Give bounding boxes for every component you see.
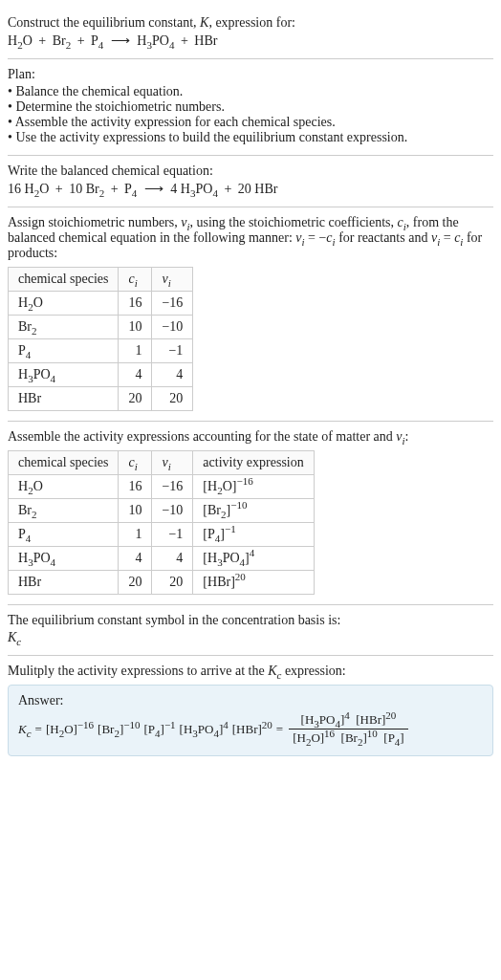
reactant-br2: Br2 <box>53 33 72 48</box>
activity-expr: [H3PO4]4 <box>193 547 314 571</box>
kc-note-text: The equilibrium constant symbol in the c… <box>8 613 493 628</box>
fraction-bar <box>289 729 408 730</box>
nui-value: −10 <box>152 316 193 339</box>
coef: 20 <box>238 182 251 196</box>
reactant-br2: Br2 <box>86 182 105 196</box>
nui-value: −1 <box>152 523 193 547</box>
ci-value: 10 <box>119 316 152 339</box>
plan-item: Balance the chemical equation. <box>8 84 493 99</box>
nui-value: −16 <box>152 475 193 499</box>
kc-fraction: [H3PO4]4 [HBr]20 [H2O]16 [Br2]10 [P4] <box>289 712 408 746</box>
species: P4 <box>9 523 119 547</box>
ci-value: 4 <box>119 363 152 387</box>
species: H3PO4 <box>9 363 119 387</box>
term: [P4] <box>383 730 403 745</box>
prompt-section: Construct the equilibrium constant, K, e… <box>8 8 493 59</box>
stoich-section: Assign stoichiometric numbers, νi, using… <box>8 207 493 422</box>
balanced-intro: Write the balanced chemical equation: <box>8 163 493 179</box>
plus-icon: + <box>178 33 191 49</box>
table-row: H3PO4 4 4 <box>9 363 193 387</box>
species: H2O <box>9 292 119 316</box>
activity-expr: [HBr]20 <box>193 571 314 595</box>
ci-value: 16 <box>119 292 152 316</box>
answer-section: Mulitply the activity expressions to arr… <box>8 656 493 766</box>
prompt-K: K <box>200 15 208 30</box>
col-species: chemical species <box>9 451 119 475</box>
col-nui: νi <box>152 268 193 292</box>
term: [H3PO4]4 <box>301 712 350 727</box>
activity-expr: [H2O]−16 <box>193 475 314 499</box>
prompt-tail: , expression for: <box>208 15 295 30</box>
activity-expr: [Br2]−10 <box>193 499 314 523</box>
ci-value: 10 <box>119 499 152 523</box>
table-row: H2O 16 −16 <box>9 292 193 316</box>
table-row: P4 1 −1 <box>9 339 193 363</box>
ci-value: 1 <box>119 339 152 363</box>
equals-sign: = <box>35 722 42 737</box>
term: [H2O]−16 <box>46 722 94 737</box>
term: [P4]−1 <box>143 722 175 737</box>
plan-list: Balance the chemical equation. Determine… <box>8 84 493 145</box>
nui-value: −16 <box>152 292 193 316</box>
arrow-icon: ⟶ <box>107 33 134 49</box>
prompt-lead: Construct the equilibrium constant, <box>8 15 200 30</box>
species: HBr <box>9 571 119 595</box>
unbalanced-equation: H2O + Br2 + P4 ⟶ H3PO4 + HBr <box>8 33 493 49</box>
term: [H2O]16 <box>293 730 335 745</box>
final-intro: Mulitply the activity expressions to arr… <box>8 664 493 679</box>
ci-value: 20 <box>119 387 152 411</box>
plan-section: Plan: Balance the chemical equation. Det… <box>8 59 493 156</box>
plan-title: Plan: <box>8 67 493 82</box>
kc-note-section: The equilibrium constant symbol in the c… <box>8 605 493 656</box>
activity-section: Assemble the activity expressions accoun… <box>8 422 493 605</box>
species: Br2 <box>9 499 119 523</box>
col-ci: ci <box>119 268 152 292</box>
table-row: Br2 10 −10 <box>9 316 193 339</box>
plan-item: Use the activity expressions to build th… <box>8 130 493 145</box>
plus-icon: + <box>108 182 121 197</box>
reactant-p4: P4 <box>91 33 103 48</box>
reactant-h2o: H2O <box>25 182 50 196</box>
equals-sign: = <box>276 722 283 737</box>
fraction-numerator: [H3PO4]4 [HBr]20 <box>297 712 401 728</box>
activity-expr: [P4]−1 <box>193 523 314 547</box>
plus-icon: + <box>75 33 88 49</box>
term: [Br2]10 <box>341 730 378 745</box>
ci-value: 16 <box>119 475 152 499</box>
term: [Br2]−10 <box>98 722 140 737</box>
ci-value: 20 <box>119 571 152 595</box>
stoich-table: chemical species ci νi H2O 16 −16 Br2 10… <box>8 267 193 411</box>
term: [HBr]20 <box>356 712 396 727</box>
plus-icon: + <box>221 182 234 197</box>
kc-symbol: Kc <box>8 630 493 645</box>
plus-icon: + <box>35 33 49 49</box>
table-row: H2O 16 −16 [H2O]−16 <box>9 475 315 499</box>
coef: 4 <box>170 182 177 196</box>
nui-value: 4 <box>152 363 193 387</box>
col-activity: activity expression <box>193 451 314 475</box>
species: H3PO4 <box>9 547 119 571</box>
ci-value: 1 <box>119 523 152 547</box>
nui-value: 20 <box>152 387 193 411</box>
nui-value: 20 <box>152 571 193 595</box>
activity-table: chemical species ci νi activity expressi… <box>8 450 315 595</box>
nui-value: 4 <box>152 547 193 571</box>
balanced-equation: 16 H2O + 10 Br2 + P4 ⟶ 4 H3PO4 + 20 HBr <box>8 181 493 197</box>
col-ci: ci <box>119 451 152 475</box>
term: [HBr]20 <box>232 722 272 737</box>
table-row: HBr 20 20 <box>9 387 193 411</box>
species: HBr <box>9 387 119 411</box>
coef: 10 <box>69 182 82 196</box>
table-header-row: chemical species ci νi activity expressi… <box>9 451 315 475</box>
prompt-text: Construct the equilibrium constant, K, e… <box>8 15 493 31</box>
answer-box: Answer: Kc = [H2O]−16 [Br2]−10 [P4]−1 [H… <box>8 685 493 756</box>
species: H2O <box>9 475 119 499</box>
kc-expression: Kc = [H2O]−16 [Br2]−10 [P4]−1 [H3PO4]4 [… <box>18 712 483 746</box>
product-h3po4: H3PO4 <box>181 182 218 196</box>
product-hbr: HBr <box>254 182 277 196</box>
product-hbr: HBr <box>194 33 217 48</box>
answer-label: Answer: <box>18 693 483 708</box>
table-header-row: chemical species ci νi <box>9 268 193 292</box>
species: P4 <box>9 339 119 363</box>
plus-icon: + <box>53 182 66 197</box>
